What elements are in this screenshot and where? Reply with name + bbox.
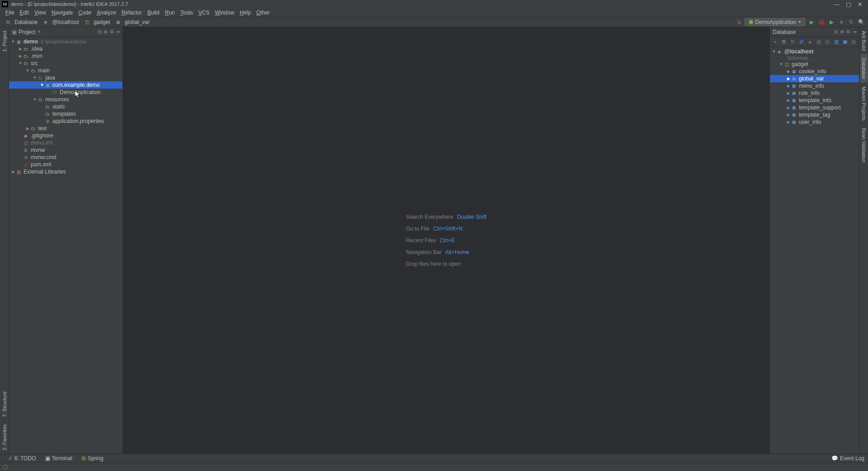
chevron-down-icon[interactable]: ▼ bbox=[33, 97, 37, 102]
todo-tab[interactable]: ✓6: TODO bbox=[4, 455, 41, 462]
chevron-right-icon[interactable]: ▶ bbox=[786, 105, 791, 110]
tree-item-selected[interactable]: ▼▣com.example.demo bbox=[9, 81, 123, 89]
hide-panel-button[interactable]: ⇥ bbox=[116, 29, 120, 35]
menu-help[interactable]: Help bbox=[237, 9, 254, 16]
chevron-down-icon[interactable]: ▼ bbox=[779, 62, 783, 66]
chevron-down-icon[interactable]: ▼ bbox=[40, 83, 44, 87]
run-config-selector[interactable]: ⬢ DemoApplication ▼ bbox=[745, 18, 806, 26]
db-table-selected[interactable]: ▶▦global_var bbox=[770, 75, 859, 82]
chevron-right-icon[interactable]: ▶ bbox=[786, 69, 791, 74]
event-log-tab[interactable]: 💬Event Log bbox=[831, 455, 864, 462]
editor-area[interactable]: Search EverywhereDouble Shift Go to File… bbox=[123, 27, 769, 454]
menu-vcs[interactable]: VCS bbox=[196, 9, 212, 16]
gutter-bean-tab[interactable]: Bean Validation bbox=[860, 124, 868, 166]
tree-item[interactable]: mpom.xml bbox=[9, 161, 123, 168]
db-table[interactable]: ▶▦cookie_info bbox=[770, 68, 859, 75]
chevron-right-icon[interactable]: ▶ bbox=[18, 47, 23, 51]
menu-code[interactable]: Code bbox=[75, 9, 94, 16]
chevron-right-icon[interactable]: ▶ bbox=[786, 76, 791, 81]
menu-file[interactable]: File bbox=[3, 9, 17, 16]
tree-item[interactable]: ▼🗀src bbox=[9, 60, 123, 67]
db-schema[interactable]: ▼◫gadget bbox=[770, 61, 859, 68]
debug-button[interactable]: 🐞 bbox=[817, 18, 826, 26]
chevron-right-icon[interactable]: ▶ bbox=[786, 84, 791, 88]
db-table[interactable]: ▶▦template_tag bbox=[770, 111, 859, 118]
more-button[interactable]: ▦ bbox=[850, 38, 857, 46]
menu-refactor[interactable]: Refactor bbox=[119, 9, 145, 16]
breadcrumb[interactable]: ▦global_var bbox=[113, 19, 152, 25]
db-table[interactable]: ▶▦template_support bbox=[770, 104, 859, 111]
minimize-button[interactable]: — bbox=[834, 1, 840, 8]
console-button[interactable]: ▣ bbox=[841, 38, 848, 46]
search-button[interactable]: 🔍 bbox=[857, 18, 865, 26]
project-panel-title[interactable]: ▣ Project ▼ bbox=[12, 29, 98, 35]
db-table[interactable]: ▶▦role_info bbox=[770, 89, 859, 97]
chevron-down-icon[interactable]: ▼ bbox=[18, 61, 23, 66]
tree-item[interactable]: ◫demo.iml bbox=[9, 139, 123, 146]
chevron-down-icon[interactable]: ▼ bbox=[25, 68, 30, 73]
tree-item[interactable]: ▶🗀.mvn bbox=[9, 52, 123, 60]
scroll-to-button[interactable]: ⊕ bbox=[104, 29, 108, 35]
chevron-right-icon[interactable]: ▶ bbox=[786, 120, 791, 124]
gear-icon[interactable]: ⚙ bbox=[109, 29, 114, 35]
tree-item[interactable]: ⚙mvnw.cmd bbox=[9, 154, 123, 161]
status-button[interactable]: ▢ bbox=[3, 464, 8, 470]
tree-item[interactable]: 🗀static bbox=[9, 103, 123, 110]
build-button[interactable]: ⇲ bbox=[735, 18, 743, 26]
gutter-favorites-tab[interactable]: 2: Favorites bbox=[1, 421, 8, 454]
chevron-right-icon[interactable]: ▶ bbox=[18, 54, 23, 58]
menu-tools[interactable]: Tools bbox=[178, 9, 196, 16]
tree-item[interactable]: ▼🗀main bbox=[9, 67, 123, 74]
chevron-right-icon[interactable]: ▶ bbox=[786, 113, 791, 117]
scroll-to-button[interactable]: ⊕ bbox=[840, 29, 844, 35]
database-tree[interactable]: ▼◈@localhost Schemas… ▼◫gadget ▶▦cookie_… bbox=[770, 47, 859, 454]
tree-item[interactable]: ▼🗀java bbox=[9, 74, 123, 81]
tx-button[interactable]: ⇄ bbox=[798, 38, 805, 46]
chevron-right-icon[interactable]: ▶ bbox=[11, 170, 15, 174]
tree-item[interactable]: ▶▥External Libraries bbox=[9, 168, 123, 175]
tree-item[interactable]: ▶🗀.idea bbox=[9, 45, 123, 52]
gutter-structure-tab[interactable]: 7: Structure bbox=[1, 388, 8, 421]
maximize-button[interactable]: ▢ bbox=[846, 1, 851, 8]
chevron-right-icon[interactable]: ▶ bbox=[786, 98, 791, 103]
gutter-project-tab[interactable]: 1: Project bbox=[1, 27, 8, 55]
filter-button[interactable]: ▦ bbox=[815, 38, 822, 46]
db-table[interactable]: ▶▦menu_info bbox=[770, 82, 859, 89]
ddl-button[interactable]: ▥ bbox=[833, 38, 840, 46]
gutter-ant-tab[interactable]: Ant Build bbox=[860, 27, 868, 54]
tree-item[interactable]: ⚙application.properties bbox=[9, 118, 123, 125]
tree-item[interactable]: ⒸDemoApplication bbox=[9, 89, 123, 96]
menu-build[interactable]: Build bbox=[145, 9, 162, 16]
hide-panel-button[interactable]: ⇥ bbox=[852, 29, 856, 35]
stop-button[interactable]: ■ bbox=[807, 38, 813, 46]
coverage-button[interactable]: ▶ bbox=[827, 18, 835, 26]
breadcrumb[interactable]: 🗀Database bbox=[3, 19, 40, 25]
project-tree[interactable]: ▼▣demoE:\project\idea\demo ▶🗀.idea ▶🗀.mv… bbox=[9, 37, 123, 454]
collapse-all-button[interactable]: ⊟ bbox=[834, 29, 838, 35]
view-button[interactable]: ▤ bbox=[824, 38, 831, 46]
chevron-right-icon[interactable]: ▶ bbox=[25, 126, 30, 131]
tree-item[interactable]: ◆.gitignore bbox=[9, 132, 123, 139]
duplicate-button[interactable]: ⧉ bbox=[780, 38, 787, 46]
breadcrumb[interactable]: ◈@localhost bbox=[40, 19, 82, 25]
run-button[interactable]: ▶ bbox=[807, 18, 816, 26]
menu-window[interactable]: Window bbox=[212, 9, 237, 16]
tree-item[interactable]: 🗎mvnw bbox=[9, 146, 123, 154]
tree-item[interactable]: 🗀templates bbox=[9, 110, 123, 118]
db-table[interactable]: ▶▦user_info bbox=[770, 118, 859, 126]
menu-view[interactable]: View bbox=[32, 9, 49, 16]
gutter-database-tab[interactable]: Database bbox=[860, 54, 868, 83]
chevron-down-icon[interactable]: ▼ bbox=[33, 75, 37, 80]
update-button[interactable]: ↻ bbox=[847, 18, 855, 26]
stop-button[interactable]: ■ bbox=[837, 18, 845, 26]
menu-analyze[interactable]: Analyze bbox=[94, 9, 119, 16]
chevron-right-icon[interactable]: ▶ bbox=[786, 91, 791, 95]
menu-edit[interactable]: Edit bbox=[17, 9, 32, 16]
tree-item[interactable]: ▶🗀test bbox=[9, 125, 123, 132]
chevron-down-icon[interactable]: ▼ bbox=[772, 49, 776, 54]
chevron-down-icon[interactable]: ▼ bbox=[11, 39, 15, 44]
gear-icon[interactable]: ⚙ bbox=[846, 29, 850, 35]
spring-tab[interactable]: ✿Spring bbox=[77, 455, 108, 462]
database-panel-title[interactable]: Database bbox=[773, 29, 834, 35]
refresh-button[interactable]: ↻ bbox=[789, 38, 796, 46]
